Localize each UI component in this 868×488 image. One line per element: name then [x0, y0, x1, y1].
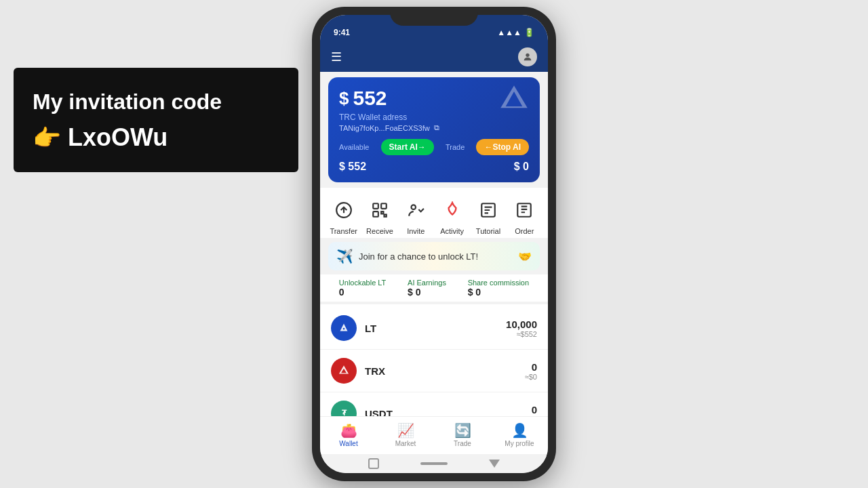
activity-icon — [438, 196, 467, 224]
trade-amount: $ 0 — [514, 161, 529, 173]
balance-card: $ 552 TRC Wallet adress TANig7foKp...Foa… — [328, 77, 540, 182]
battery-icon: 🔋 — [524, 28, 534, 37]
telegram-icon: ✈️ — [336, 248, 353, 264]
lt-usd: ≈$552 — [506, 330, 537, 338]
stat-unlockable-label: Unlockable LT — [339, 279, 387, 287]
stats-row: Unlockable LT 0 AI Earnings $ 0 Share co… — [320, 274, 548, 302]
stat-ai-label: AI Earnings — [408, 279, 446, 287]
transfer-icon — [330, 196, 358, 224]
stat-unlockable: Unlockable LT 0 — [339, 279, 387, 298]
lt-amount: 10,000 — [506, 319, 537, 330]
activity-label: Activity — [440, 227, 464, 235]
promo-emoji: 🤝 — [518, 250, 532, 263]
promo-text: Join for a chance to unlock LT! — [359, 251, 513, 262]
invitation-emoji: 👉 — [33, 124, 61, 151]
usdt-amount: 0 — [525, 404, 537, 415]
svg-rect-7 — [381, 211, 383, 214]
lt-symbol: LT — [365, 323, 376, 334]
invite-icon — [401, 196, 430, 224]
stat-commission: Share commission $ 0 — [468, 279, 529, 298]
action-activity[interactable]: Activity — [438, 196, 467, 235]
wallet-address: TANig7foKp...FoaECXS3fw ⧉ — [339, 123, 529, 132]
hamburger-icon[interactable]: ☰ — [331, 49, 342, 64]
trx-amount: 0 — [525, 361, 537, 373]
back-button — [368, 458, 379, 469]
stat-commission-value: $ 0 — [468, 287, 481, 298]
phone-screen: 9:41 ▲▲▲ 🔋 ☰ $ — [320, 15, 548, 473]
action-tutorial[interactable]: Tutorial — [474, 196, 502, 235]
svg-point-17 — [343, 328, 345, 330]
svg-point-0 — [526, 54, 529, 57]
coin-item-lt[interactable]: LT 10,000 ≈$552 — [320, 307, 548, 350]
lt-amounts: 10,000 ≈$552 — [506, 319, 537, 338]
wallet-nav-label: Wallet — [339, 440, 357, 447]
stat-ai-earnings: AI Earnings $ 0 — [408, 279, 446, 298]
wallet-nav-icon: 👛 — [340, 422, 357, 439]
invitation-code-line: 👉 LxoOWu — [33, 123, 279, 152]
nav-wallet[interactable]: 👛 Wallet — [320, 422, 377, 447]
promo-banner[interactable]: ✈️ Join for a chance to unlock LT! 🤝 — [328, 242, 540, 270]
profile-avatar[interactable] — [518, 47, 537, 66]
receive-label: Receive — [366, 227, 393, 235]
trx-usd: ≈$0 — [525, 373, 537, 381]
coin-list: LT 10,000 ≈$552 TRX — [320, 304, 548, 416]
stat-commission-label: Share commission — [468, 279, 529, 287]
bottom-nav: 👛 Wallet 📈 Market 🔄 Trade 👤 My profile — [320, 416, 548, 454]
nav-trade[interactable]: 🔄 Trade — [434, 422, 491, 447]
transfer-label: Transfer — [330, 227, 357, 235]
app-header: ☰ — [320, 45, 548, 72]
svg-text:₮: ₮ — [342, 409, 347, 416]
svg-point-9 — [412, 205, 416, 209]
coin-item-trx[interactable]: TRX 0 ≈$0 — [320, 350, 548, 392]
profile-nav-icon: 👤 — [511, 422, 528, 439]
svg-rect-5 — [381, 203, 387, 209]
svg-rect-4 — [373, 203, 378, 209]
trx-symbol: TRX — [365, 365, 385, 377]
usdt-symbol: USDT — [365, 408, 393, 417]
status-time: 9:41 — [334, 28, 350, 37]
tutorial-label: Tutorial — [476, 227, 500, 235]
usdt-amounts: 0 ≈$0 — [525, 404, 537, 417]
trx-logo — [331, 358, 357, 384]
trx-amounts: 0 ≈$0 — [525, 361, 537, 381]
svg-rect-6 — [373, 211, 378, 217]
phone-outer: 9:41 ▲▲▲ 🔋 ☰ $ — [312, 7, 556, 481]
start-ai-button[interactable]: Start AI→ — [381, 139, 434, 155]
nav-profile[interactable]: 👤 My profile — [491, 422, 548, 447]
recent-button — [489, 460, 500, 468]
action-invite[interactable]: Invite — [401, 196, 430, 235]
phone-notch — [390, 7, 478, 26]
trade-label: Trade — [446, 143, 465, 151]
stop-ai-button[interactable]: ←Stop AI — [476, 139, 529, 155]
market-nav-icon: 📈 — [397, 422, 414, 439]
phone-bottom-bar — [320, 454, 548, 473]
copy-icon[interactable]: ⧉ — [434, 123, 439, 132]
order-label: Order — [515, 227, 534, 235]
coin-item-usdt[interactable]: ₮ USDT 0 ≈$0 — [320, 392, 548, 416]
available-amount: $ 552 — [339, 161, 366, 173]
invitation-title: My invitation code — [33, 88, 279, 117]
phone-frame: 9:41 ▲▲▲ 🔋 ☰ $ — [312, 7, 556, 481]
balance-row: $ 552 $ 0 — [339, 161, 529, 173]
lt-logo — [331, 315, 357, 341]
home-button — [420, 462, 448, 465]
action-row: Available Start AI→ Trade ←Stop AI — [339, 139, 529, 155]
trade-nav-label: Trade — [454, 440, 471, 447]
nav-market[interactable]: 📈 Market — [377, 422, 434, 447]
tron-watermark — [499, 84, 529, 117]
svg-rect-8 — [384, 215, 386, 217]
order-icon — [510, 196, 538, 224]
invite-label: Invite — [407, 227, 425, 235]
available-label: Available — [339, 143, 369, 151]
tutorial-icon — [474, 196, 502, 224]
invitation-box: My invitation code 👉 LxoOWu — [14, 68, 298, 172]
quick-actions: Transfer Receive — [320, 188, 548, 238]
signal-icon: ▲▲▲ — [497, 28, 521, 37]
stat-ai-value: $ 0 — [408, 287, 420, 298]
stat-unlockable-value: 0 — [339, 287, 344, 298]
action-receive[interactable]: Receive — [366, 196, 394, 235]
profile-nav-label: My profile — [505, 440, 534, 447]
trade-nav-icon: 🔄 — [454, 422, 471, 439]
action-order[interactable]: Order — [510, 196, 538, 235]
action-transfer[interactable]: Transfer — [330, 196, 358, 235]
